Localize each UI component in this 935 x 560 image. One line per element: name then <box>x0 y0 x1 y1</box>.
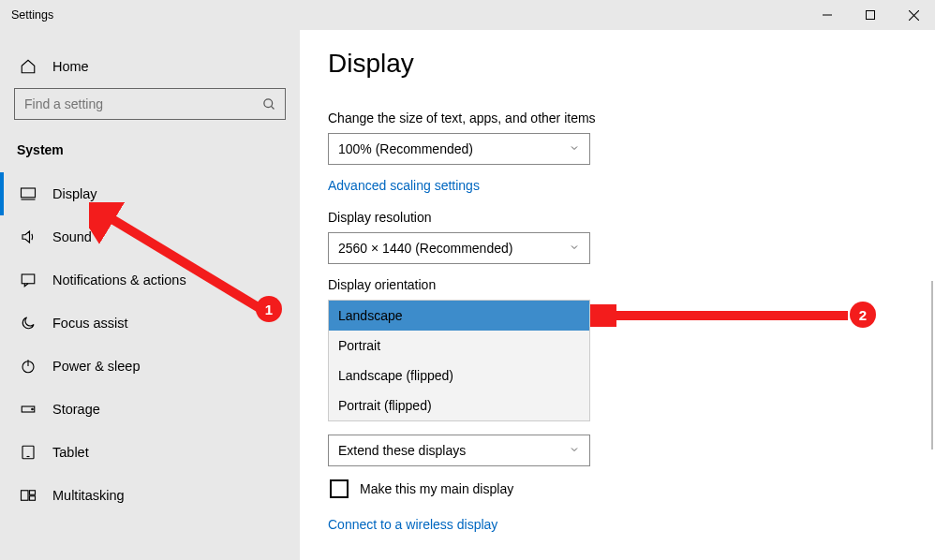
monitor-icon <box>17 185 39 202</box>
orientation-option-portrait-flipped[interactable]: Portrait (flipped) <box>329 391 589 420</box>
scale-value: 100% (Recommended) <box>338 141 473 156</box>
speaker-icon <box>17 228 39 245</box>
svg-point-12 <box>32 408 34 410</box>
svg-rect-16 <box>30 491 36 495</box>
main-panel: Display Change the size of text, apps, a… <box>300 30 935 560</box>
scale-dropdown[interactable]: 100% (Recommended) <box>328 133 590 165</box>
svg-line-19 <box>106 215 260 308</box>
tablet-icon <box>17 444 39 461</box>
resolution-label: Display resolution <box>328 210 935 225</box>
annotation-badge-1: 1 <box>256 296 282 322</box>
sidebar-item-multitasking[interactable]: Multitasking <box>0 474 300 517</box>
drive-icon <box>17 401 39 418</box>
power-icon <box>17 358 39 375</box>
search-box[interactable] <box>14 88 286 120</box>
annotation-arrow-2 <box>590 304 853 327</box>
sidebar-item-label: Storage <box>52 402 100 417</box>
multitask-icon <box>17 487 39 504</box>
orientation-option-portrait[interactable]: Portrait <box>329 331 589 361</box>
checkbox-icon[interactable] <box>330 479 349 498</box>
window-titlebar: Settings <box>0 0 935 30</box>
home-nav[interactable]: Home <box>0 47 300 86</box>
sidebar-item-label: Tablet <box>52 445 89 460</box>
orientation-option-landscape[interactable]: Landscape <box>329 301 589 331</box>
main-display-checkbox-row[interactable]: Make this my main display <box>328 479 935 498</box>
maximize-button[interactable] <box>849 0 892 30</box>
search-icon <box>253 97 285 111</box>
orientation-label: Display orientation <box>328 277 935 292</box>
home-icon <box>17 58 39 75</box>
close-button[interactable] <box>892 0 935 30</box>
page-title: Display <box>328 49 935 79</box>
window-controls <box>806 0 935 30</box>
svg-rect-15 <box>22 491 29 501</box>
svg-rect-8 <box>22 274 35 284</box>
multiple-displays-value: Extend these displays <box>338 443 466 458</box>
annotation-badge-2: 2 <box>850 302 876 328</box>
sidebar-item-label: Display <box>52 186 97 201</box>
window-title: Settings <box>0 8 806 22</box>
sidebar-item-label: Sound <box>52 229 92 244</box>
message-icon <box>17 272 39 288</box>
home-label: Home <box>52 59 89 74</box>
advanced-scaling-link[interactable]: Advanced scaling settings <box>328 178 480 193</box>
svg-rect-1 <box>867 11 875 20</box>
sidebar-item-label: Power & sleep <box>52 359 141 374</box>
chevron-down-icon <box>569 444 580 457</box>
category-system: System <box>0 137 300 172</box>
sidebar-item-storage[interactable]: Storage <box>0 388 300 431</box>
chevron-down-icon <box>569 242 580 255</box>
scale-label: Change the size of text, apps, and other… <box>328 111 935 125</box>
annotation-arrow-1 <box>89 202 267 319</box>
sidebar-item-label: Multitasking <box>52 488 125 503</box>
svg-point-4 <box>263 98 272 107</box>
resolution-dropdown[interactable]: 2560 × 1440 (Recommended) <box>328 232 590 264</box>
orientation-option-landscape-flipped[interactable]: Landscape (flipped) <box>329 361 589 391</box>
search-input[interactable] <box>15 96 253 111</box>
sidebar-item-tablet[interactable]: Tablet <box>0 431 300 474</box>
orientation-dropdown-open[interactable]: Landscape Portrait Landscape (flipped) P… <box>328 300 590 421</box>
scrollbar[interactable] <box>931 281 933 449</box>
main-display-checkbox-label: Make this my main display <box>360 481 513 496</box>
moon-icon <box>17 315 39 332</box>
resolution-value: 2560 × 1440 (Recommended) <box>338 241 512 256</box>
svg-rect-17 <box>30 496 36 501</box>
wireless-display-link[interactable]: Connect to a wireless display <box>328 517 497 532</box>
minimize-button[interactable] <box>806 0 849 30</box>
multiple-displays-dropdown[interactable]: Extend these displays <box>328 435 590 466</box>
svg-rect-6 <box>22 188 36 198</box>
sidebar-item-power-sleep[interactable]: Power & sleep <box>0 345 300 388</box>
chevron-down-icon <box>569 142 580 155</box>
svg-line-5 <box>271 106 274 109</box>
